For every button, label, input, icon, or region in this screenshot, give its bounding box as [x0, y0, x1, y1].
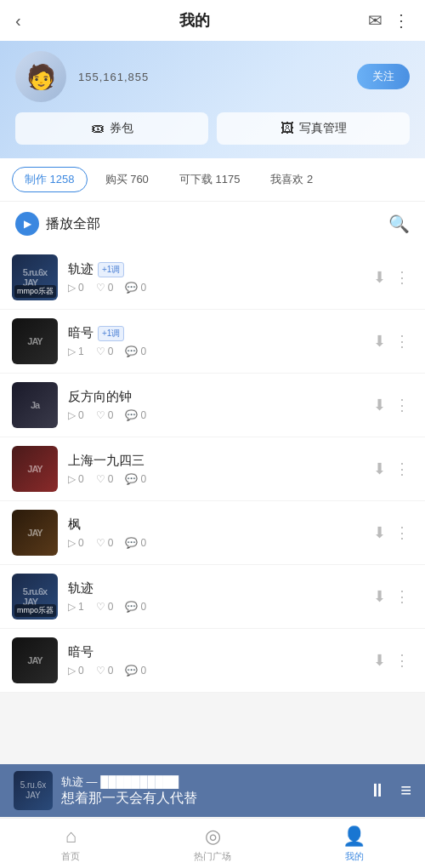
now-playing-title: 轨迹 — ██████████ [61, 774, 360, 790]
more-song-icon[interactable]: ⋮ [394, 587, 410, 606]
like-count: ♡0 [96, 473, 114, 485]
stat-tab-0[interactable]: 制作 1258 [12, 167, 88, 192]
nav-item-mine[interactable]: 👤 我的 [283, 819, 425, 868]
song-title: 枫 [68, 517, 81, 533]
photo-manage-button[interactable]: 🖼 写真管理 [217, 112, 410, 145]
playlist-button[interactable]: ≡ [400, 779, 411, 802]
song-info: 暗号 ▷0 ♡0 💬0 [68, 644, 363, 677]
comment-count: 💬0 [125, 282, 146, 294]
comment-count: 💬0 [125, 665, 146, 677]
header: ‹ 我的 ✉ ⋮ [0, 0, 425, 41]
nav-item-hot[interactable]: ◎ 热门广场 [142, 819, 284, 868]
song-tag: +1调 [98, 262, 124, 277]
song-thumb: 5.ru.6xJAY mmpo乐器 [12, 574, 58, 620]
more-song-icon[interactable]: ⋮ [394, 396, 410, 414]
download-icon[interactable]: ⬇ [373, 332, 386, 351]
now-playing-bar[interactable]: 5.ru.6xJAY 轨迹 — ██████████ 想着那一天会有人代替 ⏸ … [0, 764, 425, 817]
now-playing-subtitle: 想着那一天会有人代替 [61, 790, 360, 808]
play-count: ▷0 [68, 473, 84, 485]
more-song-icon[interactable]: ⋮ [394, 651, 410, 670]
message-icon[interactable]: ✉ [368, 10, 382, 31]
play-count: ▷0 [68, 537, 84, 549]
song-item[interactable]: JAY 枫 ▷0 ♡0 💬0 ⬇ ⋮ [0, 501, 425, 565]
download-icon[interactable]: ⬇ [373, 268, 386, 287]
home-nav-icon: ⌂ [65, 825, 76, 848]
profile-info: 155,161,855 [78, 71, 345, 83]
bottom-nav: ⌂ 首页 ◎ 热门广场 👤 我的 [0, 818, 425, 868]
stats-tabs: 制作 1258购买 760可下载 1175我喜欢 2 [0, 158, 425, 202]
download-icon[interactable]: ⬇ [373, 523, 386, 542]
thumb-art: JAY [12, 446, 58, 492]
song-item[interactable]: JAY 暗号 ▷0 ♡0 💬0 ⬇ ⋮ [0, 629, 425, 693]
mine-nav-label: 我的 [345, 850, 364, 863]
more-song-icon[interactable]: ⋮ [394, 460, 410, 478]
hot-nav-label: 热门广场 [194, 850, 231, 863]
play-all-icon[interactable]: ▶ [15, 212, 39, 236]
nav-item-home[interactable]: ⌂ 首页 [0, 819, 142, 868]
play-all-bar: ▶ 播放全部 🔍 [0, 202, 425, 246]
fans-count: 155,161,855 [78, 71, 345, 83]
more-song-icon[interactable]: ⋮ [394, 332, 410, 351]
song-title: 轨迹 [68, 580, 94, 597]
play-count: ▷1 [68, 601, 84, 613]
song-info: 上海一九四三 ▷0 ♡0 💬0 [68, 453, 363, 485]
more-song-icon[interactable]: ⋮ [394, 268, 410, 287]
song-actions: ⬇ ⋮ [373, 523, 410, 542]
song-thumb: JAY [12, 637, 58, 683]
comment-count: 💬0 [125, 345, 146, 357]
song-title: 上海一九四三 [68, 453, 144, 469]
stat-tab-1[interactable]: 购买 760 [93, 167, 162, 192]
download-icon[interactable]: ⬇ [373, 396, 386, 414]
song-title-row: 反方向的钟 [68, 389, 363, 405]
song-item[interactable]: Ja 反方向的钟 ▷0 ♡0 💬0 ⬇ ⋮ [0, 374, 425, 437]
song-item[interactable]: JAY 暗号 +1调 ▷1 ♡0 💬0 ⬇ ⋮ [0, 310, 425, 374]
pause-button[interactable]: ⏸ [368, 779, 387, 802]
song-stats: ▷1 ♡0 💬0 [68, 345, 363, 357]
stat-tab-2[interactable]: 可下载 1175 [167, 167, 253, 192]
song-title: 暗号 [68, 644, 94, 660]
song-info: 反方向的钟 ▷0 ♡0 💬0 [68, 389, 363, 421]
download-icon[interactable]: ⬇ [373, 460, 386, 478]
search-button[interactable]: 🔍 [388, 214, 410, 234]
download-icon[interactable]: ⬇ [373, 587, 386, 606]
song-info: 轨迹 ▷1 ♡0 💬0 [68, 580, 363, 613]
like-count: ♡0 [96, 282, 114, 294]
song-actions: ⬇ ⋮ [373, 587, 410, 606]
avatar: 🧑 [15, 51, 66, 102]
comment-count: 💬0 [125, 601, 146, 613]
page-title: 我的 [179, 10, 210, 31]
song-actions: ⬇ ⋮ [373, 268, 410, 287]
song-item[interactable]: 5.ru.6xJAY mmpo乐器 轨迹 ▷1 ♡0 💬0 ⬇ ⋮ [0, 565, 425, 629]
download-icon[interactable]: ⬇ [373, 651, 386, 670]
home-nav-label: 首页 [61, 850, 80, 863]
song-actions: ⬇ ⋮ [373, 651, 410, 670]
song-item[interactable]: 5.ru.6xJAY mmpo乐器 轨迹 +1调 ▷0 ♡0 💬0 ⬇ ⋮ [0, 246, 425, 310]
back-button[interactable]: ‹ [15, 11, 21, 31]
more-song-icon[interactable]: ⋮ [394, 523, 410, 542]
more-icon[interactable]: ⋮ [393, 10, 410, 31]
song-stats: ▷0 ♡0 💬0 [68, 409, 363, 421]
mine-nav-icon: 👤 [343, 825, 366, 848]
like-count: ♡0 [96, 409, 114, 421]
stat-tab-3[interactable]: 我喜欢 2 [258, 167, 326, 192]
play-all-left: ▶ 播放全部 [15, 212, 100, 236]
like-count: ♡0 [96, 601, 114, 613]
song-thumb: JAY [12, 318, 58, 364]
song-title-row: 上海一九四三 [68, 453, 363, 469]
follow-button[interactable]: 关注 [357, 64, 410, 89]
photo-icon: 🖼 [280, 121, 294, 136]
song-thumb: JAY [12, 446, 58, 492]
song-title-row: 暗号 +1调 [68, 325, 363, 341]
song-stats: ▷0 ♡0 💬0 [68, 282, 363, 294]
coupon-label: 券包 [110, 121, 133, 136]
like-count: ♡0 [96, 345, 114, 357]
like-count: ♡0 [96, 537, 114, 549]
song-tag: +1调 [98, 326, 124, 341]
song-info: 枫 ▷0 ♡0 💬0 [68, 517, 363, 549]
song-stats: ▷0 ♡0 💬0 [68, 473, 363, 485]
coupon-button[interactable]: 🎟 券包 [15, 112, 208, 145]
coupon-icon: 🎟 [91, 121, 105, 136]
song-title-row: 轨迹 +1调 [68, 261, 363, 277]
song-stats: ▷1 ♡0 💬0 [68, 601, 363, 613]
song-item[interactable]: JAY 上海一九四三 ▷0 ♡0 💬0 ⬇ ⋮ [0, 437, 425, 501]
